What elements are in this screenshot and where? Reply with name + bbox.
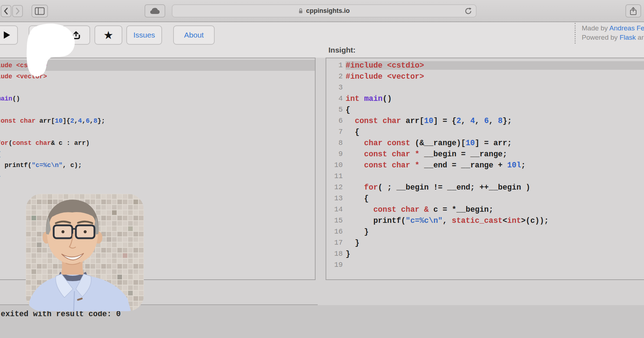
code-text: } xyxy=(346,250,644,258)
line-number: 3 xyxy=(326,83,343,92)
code-line: } xyxy=(0,182,315,193)
upload-icon xyxy=(71,30,81,40)
code-text: int main() xyxy=(346,94,644,103)
code-line: for(const char& c : arr) xyxy=(0,137,315,148)
share-button[interactable] xyxy=(625,4,641,18)
code-line: 11 xyxy=(326,171,644,182)
forward-button[interactable] xyxy=(12,5,23,17)
code-line: 17 } xyxy=(326,237,644,248)
code-text: for( ; __begin != __end; ++__begin ) xyxy=(346,183,644,192)
insight-code: 1#include <cstdio>2#include <vector>34in… xyxy=(326,58,644,270)
portrait-illustration xyxy=(26,194,144,311)
code-text: #include <cstdio> xyxy=(346,61,644,70)
made-by-text: Made by xyxy=(582,24,609,32)
code-line: 15 printf("c=%c\n", static_cast<int>(c))… xyxy=(326,215,644,226)
address-bar[interactable]: cppinsights.io xyxy=(172,4,477,18)
back-chevron-icon xyxy=(4,7,9,15)
line-number: 12 xyxy=(326,183,343,191)
code-line: 6 const char arr[10] = {2, 4, 6, 8}; xyxy=(326,115,644,126)
code-line: 18} xyxy=(326,248,644,259)
code-line: 10 const char * __end = __range + 10l; xyxy=(326,160,644,171)
share-icon xyxy=(629,6,637,16)
cloud-icon xyxy=(150,7,160,15)
code-line: 12 for( ; __begin != __end; ++__begin ) xyxy=(326,182,644,193)
code-text: { xyxy=(346,194,644,203)
issues-button[interactable]: Issues xyxy=(126,25,162,45)
credits: Made by Andreas Fe Powered by Flask ar xyxy=(582,24,644,42)
powered-by-suffix: ar xyxy=(636,34,644,41)
code-text: printf("c=%c\n", c); xyxy=(0,162,82,169)
line-number: 4 xyxy=(326,94,343,103)
powered-by-line: Powered by Flask ar xyxy=(582,33,644,42)
sidebar-icon xyxy=(35,7,45,15)
url-text: cppinsights.io xyxy=(306,7,350,15)
downloads-button[interactable] xyxy=(145,4,165,18)
code-text: { xyxy=(0,151,1,158)
flask-link[interactable]: Flask xyxy=(620,34,636,41)
reload-button[interactable] xyxy=(464,7,473,17)
back-button[interactable] xyxy=(1,5,11,17)
star-icon: ★ xyxy=(103,30,113,41)
code-line: } xyxy=(0,171,315,182)
eye-left xyxy=(62,230,64,233)
line-number: 14 xyxy=(326,205,343,214)
code-text: { xyxy=(346,106,644,114)
star-button[interactable]: ★ xyxy=(94,25,122,45)
forward-chevron-icon xyxy=(15,7,20,15)
line-number: 8 xyxy=(326,139,343,147)
code-text: } xyxy=(346,239,644,247)
code-text: #include <vector> xyxy=(346,72,644,81)
code-text: } xyxy=(0,173,1,180)
toolbar-button-obscured[interactable] xyxy=(29,25,56,45)
code-line xyxy=(0,82,315,93)
code-line: 3 xyxy=(326,82,644,93)
code-text: const char arr[10]{2,4,6,8}; xyxy=(0,117,105,124)
line-number: 18 xyxy=(326,250,343,258)
code-text: int main() xyxy=(0,95,20,102)
code-line: 4int main() xyxy=(326,93,644,104)
line-number: 16 xyxy=(326,227,343,236)
line-number: 19 xyxy=(326,261,343,269)
code-line: #include <cstdio> xyxy=(0,60,315,71)
code-line: printf("c=%c\n", c); xyxy=(0,160,315,171)
insight-panel: 1#include <cstdio>2#include <vector>34in… xyxy=(326,58,644,280)
code-text: const char arr[10] = {2, 4, 6, 8}; xyxy=(346,117,644,125)
code-line: { xyxy=(0,148,315,160)
code-line: 5{ xyxy=(326,104,644,115)
credits-divider xyxy=(575,23,576,44)
code-text: char const (&__range)[10] = arr; xyxy=(346,139,644,147)
code-line: #include <vector> xyxy=(0,71,315,82)
line-number: 6 xyxy=(326,117,343,125)
line-number: 1 xyxy=(326,61,343,69)
made-by-line: Made by Andreas Fe xyxy=(582,24,644,33)
sidebar-toggle-button[interactable] xyxy=(31,5,48,18)
run-button[interactable] xyxy=(0,25,18,45)
code-line: 19 xyxy=(326,259,644,270)
author-link[interactable]: Andreas Fe xyxy=(609,24,644,32)
code-line: 7 { xyxy=(326,126,644,137)
line-number: 7 xyxy=(326,128,343,136)
code-line: const char arr[10]{2,4,6,8}; xyxy=(0,115,315,126)
code-text: for(const char& c : arr) xyxy=(0,139,90,147)
app-toolbar: ★ Issues About Made by Andreas Fe Powere… xyxy=(0,22,644,58)
code-line: 16 } xyxy=(326,226,644,237)
about-button[interactable]: About xyxy=(173,25,215,45)
code-line: 9 const char * __begin = __range; xyxy=(326,148,644,160)
powered-by-text: Powered by xyxy=(582,34,620,41)
line-number: 10 xyxy=(326,161,343,169)
browser-window: cppinsights.io ★ Issues About Made by An… xyxy=(0,0,644,338)
source-code[interactable]: #include <cstdio>#include <vector>int ma… xyxy=(0,58,315,193)
code-text: #include <cstdio> xyxy=(0,62,47,69)
issues-button-label: Issues xyxy=(133,31,155,39)
code-line: { xyxy=(0,104,315,115)
code-text: } xyxy=(346,227,644,236)
upload-button[interactable] xyxy=(62,25,90,45)
line-number: 15 xyxy=(326,216,343,225)
code-text: { xyxy=(346,128,644,136)
browser-chrome: cppinsights.io xyxy=(0,0,644,22)
play-icon xyxy=(2,30,11,40)
line-number: 11 xyxy=(326,172,343,180)
insight-header: Insight: xyxy=(328,46,356,54)
code-text: #include <vector> xyxy=(0,73,47,80)
code-line: int main() xyxy=(0,93,315,104)
